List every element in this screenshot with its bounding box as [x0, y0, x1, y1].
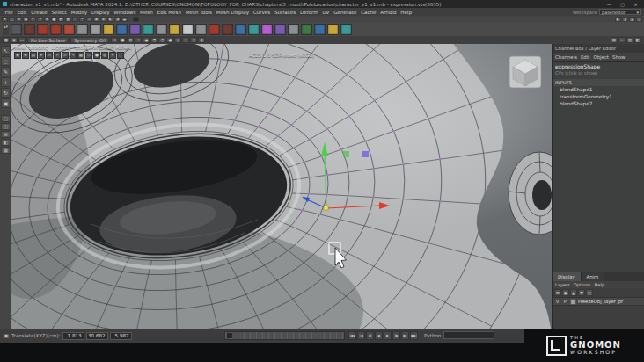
shelf-tool-9-icon[interactable]: [116, 24, 128, 35]
construction-history-icon[interactable]: ◈: [100, 17, 106, 22]
motion-blur-icon[interactable]: ◔: [158, 37, 165, 43]
render-settings-icon[interactable]: ◒: [121, 17, 128, 22]
minimize-button[interactable]: —: [604, 1, 615, 8]
panel-menu-renderer[interactable]: Renderer: [91, 45, 113, 50]
layer-editor-menu-layers[interactable]: Layers: [555, 282, 570, 287]
channel-node-name[interactable]: expressionShape: [553, 62, 644, 70]
menu-item-create[interactable]: Create: [29, 10, 49, 15]
layout-outliner-icon[interactable]: ◧: [1, 139, 11, 146]
layer-name[interactable]: FreezeObj_layer_pr: [578, 299, 642, 304]
time-slider-playhead[interactable]: [227, 333, 232, 338]
layer-editor-menu-help[interactable]: Help: [595, 282, 605, 287]
open-scene-icon[interactable]: ⊞: [16, 17, 22, 22]
workspace-select[interactable]: paseneltor ▾: [599, 9, 641, 15]
shelf-tool-24-icon[interactable]: [314, 24, 326, 35]
channel-input-blendshape2[interactable]: blendShape2: [553, 100, 644, 107]
channel-box-toggle-icon[interactable]: ◫: [636, 17, 642, 22]
shelf-tool-4-icon[interactable]: [50, 24, 62, 35]
joints-xray-icon[interactable]: ○: [190, 37, 197, 43]
move-layer-up-icon[interactable]: ▲: [570, 289, 577, 296]
manipulator-plane-handle-green[interactable]: [343, 151, 349, 157]
viewport[interactable]: ViewShadingLightingShowRendererPanels ◉◈…: [11, 44, 552, 329]
menu-item-edit[interactable]: Edit: [15, 10, 29, 15]
view-cube[interactable]: [509, 56, 541, 88]
layer-color-swatch[interactable]: [570, 299, 576, 305]
panel-select-camera-icon[interactable]: ◉: [14, 52, 21, 59]
translate-x-field[interactable]: 1.813: [62, 332, 84, 340]
menu-item-windows[interactable]: Windows: [112, 10, 138, 15]
go-to-end-button[interactable]: ▶▶|: [410, 331, 418, 340]
lighting-mode-icon[interactable]: ☀: [135, 37, 142, 43]
play-forwards-button[interactable]: ▶: [384, 331, 392, 340]
move-layer-down-icon[interactable]: ▼: [578, 289, 585, 296]
select-by-object-icon[interactable]: ■: [51, 17, 57, 22]
select-by-hierarchy-icon[interactable]: ≡: [44, 17, 50, 22]
channel-cvs-hint[interactable]: CVs (click to show): [553, 70, 644, 77]
layout-single-pane-icon[interactable]: □: [1, 115, 11, 122]
shelf-tool-18-icon[interactable]: [235, 24, 246, 35]
step-forward-key-button[interactable]: ▶|: [401, 331, 409, 340]
exposure-icon[interactable]: ◐: [198, 37, 205, 43]
scale-tool-icon[interactable]: ▣: [1, 98, 11, 108]
command-language-toggle[interactable]: Python: [424, 333, 441, 338]
step-back-key-button[interactable]: |◀: [357, 331, 365, 340]
layer-editor-tab-anim[interactable]: Anim: [582, 272, 605, 281]
manipulator-plane-handle-blue[interactable]: [362, 151, 369, 157]
menu-item-display[interactable]: Display: [90, 10, 112, 15]
viewport-canvas[interactable]: [11, 44, 552, 329]
new-layer-from-selected-icon[interactable]: ▣: [562, 289, 569, 296]
undo-icon[interactable]: ↶: [30, 17, 36, 22]
xray-icon[interactable]: ◌: [182, 37, 189, 43]
translate-y-field[interactable]: 30.682: [86, 332, 108, 340]
curve-editor-icon[interactable]: ≈: [618, 37, 626, 43]
panel-xray-icon[interactable]: ◌: [117, 52, 124, 59]
shadows-icon[interactable]: ◒: [143, 37, 150, 43]
new-empty-layer-icon[interactable]: ⊞: [554, 289, 561, 296]
channel-box-menu-edit[interactable]: Edit: [581, 54, 589, 60]
panel-menu-lighting[interactable]: Lighting: [52, 45, 71, 50]
select-by-component-icon[interactable]: ◩: [58, 17, 64, 22]
quick-select-field[interactable]: [133, 17, 139, 22]
layer-options-icon[interactable]: □: [586, 289, 593, 296]
manipulator-center-handle[interactable]: [324, 206, 328, 210]
symmetry-dropdown[interactable]: Symmetry: Off: [70, 37, 109, 43]
channel-box-menu-channels[interactable]: Channels: [555, 54, 577, 60]
panel-lights-icon[interactable]: ☀: [109, 52, 116, 59]
menu-item-edit-mesh[interactable]: Edit Mesh: [155, 10, 183, 15]
layout-two-pane-icon[interactable]: ◫: [1, 123, 11, 130]
menu-item-mesh-display[interactable]: Mesh Display: [214, 10, 251, 15]
shelf-tool-12-icon[interactable]: [156, 24, 167, 35]
outliner-toggle-icon[interactable]: ◧: [634, 37, 641, 43]
layer-editor-tab-display[interactable]: Display: [553, 272, 582, 281]
play-backwards-button[interactable]: ◀: [375, 331, 383, 340]
shelf-tool-3-icon[interactable]: [37, 24, 48, 35]
panel-menu-shading[interactable]: Shading: [29, 45, 48, 50]
select-tool-icon[interactable]: ↖: [1, 46, 11, 55]
panel-menu-show[interactable]: Show: [75, 45, 88, 50]
menu-item-mesh[interactable]: Mesh: [138, 10, 156, 15]
modeling-toolkit-icon[interactable]: ◧: [615, 17, 621, 22]
channel-box-menu-show[interactable]: Show: [612, 54, 626, 60]
panel-camera-attributes-icon[interactable]: ▤: [30, 52, 37, 59]
menu-item-generate[interactable]: Generate: [332, 10, 359, 15]
no-live-surface-dropdown[interactable]: No Live Surface: [27, 37, 69, 43]
camera-lock-icon[interactable]: ◉: [11, 37, 18, 43]
move-tool-icon[interactable]: +: [1, 77, 11, 87]
panel-lock-camera-icon[interactable]: ◈: [22, 52, 29, 59]
panel-menu-panels[interactable]: Panels: [116, 45, 131, 50]
shelf-tool-26-icon[interactable]: [340, 24, 352, 35]
step-forward-frame-button[interactable]: |▶: [392, 331, 400, 340]
channel-input-blendshape1[interactable]: blendShape1: [553, 86, 644, 93]
menu-item-file[interactable]: File: [3, 10, 15, 15]
menu-item-curves[interactable]: Curves: [251, 10, 272, 15]
tool-settings-icon[interactable]: ◪: [629, 17, 635, 22]
shelf-tab-selector-icon[interactable]: ▴▾: [3, 24, 9, 35]
shelf-tool-14-icon[interactable]: [182, 24, 194, 35]
redo-icon[interactable]: ↷: [37, 17, 43, 22]
shelf-tool-17-icon[interactable]: [222, 24, 233, 35]
close-button[interactable]: ✕: [630, 1, 641, 8]
layer-editor-menu-options[interactable]: Options: [574, 282, 591, 287]
snap-to-grid-icon[interactable]: ▦: [65, 17, 71, 22]
shelf-tool-5-icon[interactable]: [63, 24, 75, 35]
shelf-tool-19-icon[interactable]: [248, 24, 260, 35]
